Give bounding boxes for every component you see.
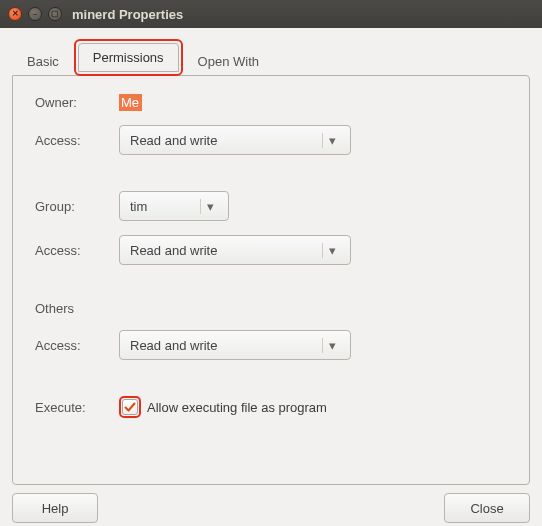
- group-access-combo[interactable]: Read and write ▾: [119, 235, 351, 265]
- window-titlebar: ✕ – ▢ minerd Properties: [0, 0, 542, 28]
- owner-access-label: Access:: [35, 133, 107, 148]
- owner-access-value: Read and write: [130, 133, 217, 148]
- window-close-button[interactable]: ✕: [8, 7, 22, 21]
- execute-checkbox-label[interactable]: Allow executing file as program: [147, 400, 327, 415]
- group-value: tim: [130, 199, 147, 214]
- tab-basic[interactable]: Basic: [12, 47, 74, 76]
- window-buttons: ✕ – ▢: [8, 7, 62, 21]
- group-combo[interactable]: tim ▾: [119, 191, 229, 221]
- others-access-combo[interactable]: Read and write ▾: [119, 330, 351, 360]
- window-title: minerd Properties: [72, 7, 183, 22]
- tab-permissions-highlight: Permissions: [74, 39, 183, 76]
- group-access-value: Read and write: [130, 243, 217, 258]
- close-icon: ✕: [12, 10, 19, 18]
- others-access-value: Read and write: [130, 338, 217, 353]
- chevron-down-icon: ▾: [200, 199, 220, 214]
- execute-label: Execute:: [35, 400, 107, 415]
- help-button[interactable]: Help: [12, 493, 98, 523]
- tab-bar: Basic Permissions Open With: [0, 28, 542, 75]
- check-icon: [124, 401, 136, 413]
- permissions-panel: Owner: Me Access: Read and write ▾ Group…: [12, 75, 530, 485]
- owner-value-cell: Me: [119, 94, 507, 111]
- owner-access-combo[interactable]: Read and write ▾: [119, 125, 351, 155]
- minimize-icon: –: [33, 10, 37, 18]
- maximize-icon: ▢: [51, 10, 59, 18]
- chevron-down-icon: ▾: [322, 133, 342, 148]
- execute-checkbox[interactable]: [122, 399, 138, 415]
- tab-open-with[interactable]: Open With: [183, 47, 274, 76]
- close-button[interactable]: Close: [444, 493, 530, 523]
- owner-value: Me: [119, 94, 142, 111]
- dialog-button-row: Help Close: [0, 493, 542, 526]
- others-access-label: Access:: [35, 338, 107, 353]
- execute-row: Allow executing file as program: [119, 396, 507, 418]
- group-label: Group:: [35, 199, 107, 214]
- window-maximize-button[interactable]: ▢: [48, 7, 62, 21]
- chevron-down-icon: ▾: [322, 338, 342, 353]
- owner-label: Owner:: [35, 95, 107, 110]
- group-access-label: Access:: [35, 243, 107, 258]
- window-minimize-button[interactable]: –: [28, 7, 42, 21]
- execute-checkbox-highlight: [119, 396, 141, 418]
- tab-permissions[interactable]: Permissions: [78, 43, 179, 72]
- others-heading: Others: [35, 301, 507, 316]
- chevron-down-icon: ▾: [322, 243, 342, 258]
